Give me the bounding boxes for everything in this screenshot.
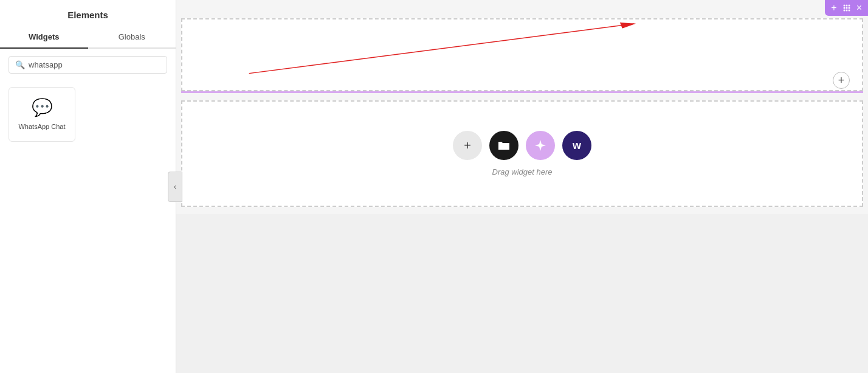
widgets-grid: 💬 WhatsApp Chat	[0, 81, 176, 148]
svg-point-2	[848, 5, 850, 7]
svg-point-8	[848, 10, 850, 12]
svg-marker-9	[535, 140, 546, 151]
collapse-panel-button[interactable]: ‹	[168, 172, 182, 202]
canvas-bottom-dropzone[interactable]: + w Drag widget here	[181, 100, 863, 207]
search-icon: 🔍	[15, 60, 25, 69]
svg-point-3	[843, 7, 845, 9]
add-section-button[interactable]: +	[833, 72, 850, 89]
action-buttons-row: + w	[453, 131, 591, 160]
widget-whatsapp-chat-label: WhatsApp Chat	[18, 122, 65, 131]
elements-panel: Elements Widgets Globals 🔍 💬 WhatsApp Ch…	[0, 0, 176, 373]
svg-point-0	[843, 5, 845, 7]
tabs-row: Widgets Globals	[0, 26, 176, 49]
svg-point-1	[846, 5, 847, 7]
widget-whatsapp-chat[interactable]: 💬 WhatsApp Chat	[9, 87, 75, 142]
action-add-button[interactable]: +	[453, 131, 482, 160]
search-input[interactable]	[29, 60, 160, 69]
svg-point-7	[846, 10, 847, 12]
toolbar-grid-button[interactable]	[839, 3, 854, 13]
svg-point-5	[848, 7, 850, 9]
canvas-top-dropzone[interactable]	[181, 18, 863, 91]
action-brand-button[interactable]: w	[562, 131, 591, 160]
svg-point-4	[846, 7, 847, 9]
search-container: 🔍	[0, 49, 176, 81]
action-folder-button[interactable]	[489, 131, 518, 160]
whatsapp-chat-icon: 💬	[32, 97, 53, 117]
drag-label: Drag widget here	[492, 167, 553, 176]
tab-globals[interactable]: Globals	[88, 26, 176, 47]
purple-separator	[181, 91, 863, 93]
action-sparkle-button[interactable]	[526, 131, 555, 160]
toolbar-add-button[interactable]: +	[828, 2, 839, 13]
toolbar-close-button[interactable]: ×	[854, 2, 864, 13]
svg-point-6	[843, 10, 845, 12]
tab-widgets[interactable]: Widgets	[0, 26, 88, 47]
search-box: 🔍	[9, 56, 167, 74]
canvas-area: + ×	[176, 0, 868, 214]
canvas-wrapper: ‹ +	[176, 0, 868, 373]
canvas-toolbar: + ×	[825, 0, 868, 16]
panel-title: Elements	[0, 0, 176, 20]
